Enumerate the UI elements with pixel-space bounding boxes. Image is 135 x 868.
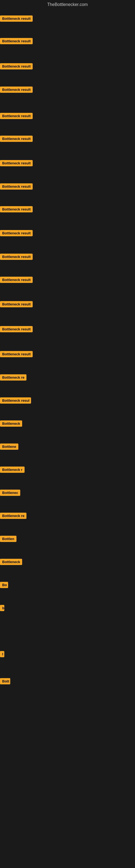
bottleneck-result-badge-28[interactable]: I <box>0 651 4 657</box>
bottleneck-result-badge-6[interactable]: Bottleneck result <box>0 135 33 142</box>
bottleneck-result-badge-12[interactable]: Bottleneck result <box>0 277 33 283</box>
badge-container-20: Bottleneck r <box>0 467 25 474</box>
bottleneck-result-badge-1[interactable]: Bottleneck result <box>0 16 33 22</box>
badge-container-7: Bottleneck result <box>0 160 33 167</box>
badge-container-5: Bottleneck result <box>0 113 33 120</box>
badge-container-6: Bottleneck result <box>0 135 33 143</box>
badge-container-11: Bottleneck result <box>0 254 33 261</box>
badge-container-21: Bottlenec <box>0 490 20 497</box>
bottleneck-result-badge-23[interactable]: Bottlen <box>0 536 16 542</box>
badge-container-17: Bottleneck resul <box>0 397 31 405</box>
badge-container-18: Bottleneck <box>0 421 22 428</box>
bottleneck-result-badge-7[interactable]: Bottleneck result <box>0 160 33 166</box>
bottleneck-result-badge-8[interactable]: Bottleneck result <box>0 183 33 190</box>
bottleneck-result-badge-5[interactable]: Bottleneck result <box>0 113 33 119</box>
bottleneck-result-badge-22[interactable]: Bottleneck re <box>0 513 27 519</box>
badge-container-24: Bottleneck <box>0 559 22 566</box>
badge-container-13: Bottleneck result <box>0 301 33 308</box>
badge-container-16: Bottleneck re <box>0 374 27 382</box>
badge-container-19: Bottlene <box>0 443 18 451</box>
badge-container-12: Bottleneck result <box>0 277 33 284</box>
badge-container-9: Bottleneck result <box>0 206 33 214</box>
badge-container-3: Bottleneck result <box>0 63 33 70</box>
bottleneck-result-badge-20[interactable]: Bottleneck r <box>0 467 25 473</box>
badge-container-23: Bottlen <box>0 536 16 543</box>
bottleneck-result-badge-29[interactable]: Bott <box>0 678 10 684</box>
badge-container-29: Bott <box>0 678 10 685</box>
bottleneck-result-badge-16[interactable]: Bottleneck re <box>0 374 27 380</box>
bottleneck-result-badge-15[interactable]: Bottleneck result <box>0 351 33 357</box>
page-wrapper: TheBottlenecker.com Bottleneck resultBot… <box>0 0 135 868</box>
site-title: TheBottlenecker.com <box>0 0 135 10</box>
bottleneck-result-badge-21[interactable]: Bottlenec <box>0 490 20 496</box>
bottleneck-result-badge-10[interactable]: Bottleneck result <box>0 230 33 236</box>
bottleneck-result-badge-2[interactable]: Bottleneck result <box>0 38 33 44</box>
bottleneck-result-badge-3[interactable]: Bottleneck result <box>0 63 33 69</box>
bottleneck-result-badge-18[interactable]: Bottleneck <box>0 421 22 427</box>
bottleneck-result-badge-24[interactable]: Bottleneck <box>0 559 22 565</box>
badge-container-28: I <box>0 651 4 658</box>
bottleneck-result-badge-4[interactable]: Bottleneck result <box>0 87 33 93</box>
badge-container-1: Bottleneck result <box>0 16 33 23</box>
badge-container-22: Bottleneck re <box>0 513 27 520</box>
badge-container-8: Bottleneck result <box>0 183 33 191</box>
badge-container-4: Bottleneck result <box>0 87 33 94</box>
bottleneck-result-badge-25[interactable]: Bo <box>0 582 8 588</box>
badge-container-14: Bottleneck result <box>0 326 33 333</box>
badge-container-15: Bottleneck result <box>0 351 33 358</box>
bottleneck-result-badge-26[interactable]: b <box>0 605 4 611</box>
bottleneck-result-badge-9[interactable]: Bottleneck result <box>0 206 33 212</box>
bottleneck-result-badge-19[interactable]: Bottlene <box>0 443 18 450</box>
bottleneck-result-badge-11[interactable]: Bottleneck result <box>0 254 33 260</box>
bottleneck-result-badge-14[interactable]: Bottleneck result <box>0 326 33 332</box>
badge-container-2: Bottleneck result <box>0 38 33 45</box>
bottleneck-result-badge-17[interactable]: Bottleneck resul <box>0 397 31 404</box>
badge-container-26: b <box>0 605 4 612</box>
badge-container-10: Bottleneck result <box>0 230 33 237</box>
badge-container-25: Bo <box>0 582 8 589</box>
bottleneck-result-badge-13[interactable]: Bottleneck result <box>0 301 33 307</box>
